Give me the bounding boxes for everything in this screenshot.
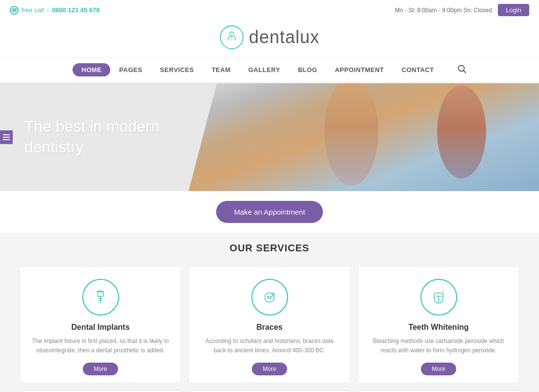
svg-point-8: [268, 296, 271, 299]
dental-implants-icon-circle: [82, 279, 119, 316]
logo-text: dentalux: [249, 27, 319, 48]
braces-icon: [260, 288, 279, 307]
svg-line-9: [267, 296, 268, 297]
services-section: OUR SERVICES Dental Implants The implant…: [0, 233, 539, 392]
nav-contact[interactable]: CONTACT: [393, 63, 443, 76]
service-desc-implants: The implant fixture is first placed, so …: [30, 337, 171, 355]
hero-content: The best in modern dentistry: [24, 117, 160, 157]
top-bar-right: Mn - St: 8:00am - 9:00pm Sn: Closed Logi…: [395, 4, 529, 16]
svg-line-12: [272, 293, 274, 294]
appointment-section: Make an Appointment: [0, 191, 539, 233]
nav-gallery[interactable]: GALLERY: [240, 63, 289, 76]
nav-appointment[interactable]: APPOINTMENT: [326, 63, 392, 76]
service-desc-whitening: Bleaching methods use carbamide peroxide…: [368, 337, 509, 355]
nav-items: HOME PAGES SERVICES TEAM GALLERY BLOG AP…: [73, 63, 442, 76]
more-button-whitening[interactable]: More: [421, 363, 456, 375]
service-name-braces: Braces: [256, 323, 282, 332]
more-button-braces[interactable]: More: [252, 363, 287, 375]
nav-team[interactable]: TEAM: [203, 63, 240, 76]
phone-number: 0800 123 45 678: [52, 6, 100, 14]
braces-icon-circle: [251, 279, 288, 316]
services-grid: Dental Implants The implant fixture is f…: [20, 266, 519, 383]
hero-title-line1: The best in modern: [24, 117, 160, 137]
svg-line-14: [442, 291, 443, 292]
hero-title-line2: dentistry: [24, 137, 160, 158]
dental-implants-icon: [91, 288, 110, 307]
separator: -: [47, 6, 49, 14]
whitening-icon: [429, 288, 448, 307]
nav-services[interactable]: SERVICES: [151, 63, 203, 76]
top-bar: ☎ free call - 0800 123 45 678 Mn - St: 8…: [0, 0, 539, 20]
service-name-implants: Dental Implants: [71, 323, 129, 332]
logo: dentalux: [220, 25, 319, 49]
service-card-braces: Braces According to scholars and histori…: [189, 266, 350, 383]
logo-icon: [220, 25, 244, 49]
search-icon[interactable]: [458, 65, 466, 75]
phone-icon: ☎: [10, 6, 19, 15]
navigation: HOME PAGES SERVICES TEAM GALLERY BLOG AP…: [0, 57, 539, 83]
header: dentalux: [0, 20, 539, 57]
service-desc-braces: According to scholars and historians, br…: [199, 337, 340, 355]
services-title: OUR SERVICES: [20, 243, 519, 254]
whitening-icon-circle: [420, 279, 457, 316]
hours-text: Mn - St: 8:00am - 9:00pm Sn: Closed: [395, 7, 492, 14]
svg-rect-4: [98, 292, 103, 296]
svg-line-3: [464, 71, 466, 73]
svg-point-2: [458, 65, 464, 71]
svg-line-10: [271, 296, 272, 297]
nav-blog[interactable]: BLOG: [289, 63, 326, 76]
login-button[interactable]: Login: [498, 4, 529, 16]
nav-home[interactable]: HOME: [73, 63, 110, 76]
sidebar-toggle[interactable]: [0, 130, 13, 144]
appointment-button[interactable]: Make an Appointment: [216, 201, 322, 223]
more-button-implants[interactable]: More: [83, 363, 118, 375]
service-card-whitening: Teeth Whitening Bleaching methods use ca…: [358, 266, 519, 383]
service-name-whitening: Teeth Whitening: [408, 323, 468, 332]
contact-info: ☎ free call - 0800 123 45 678: [10, 6, 99, 15]
hero-section: The best in modern dentistry: [0, 83, 539, 191]
nav-pages[interactable]: PAGES: [110, 63, 151, 76]
hero-title: The best in modern dentistry: [24, 117, 160, 157]
free-call-label: free call: [22, 6, 44, 14]
service-card-implants: Dental Implants The implant fixture is f…: [20, 266, 181, 383]
